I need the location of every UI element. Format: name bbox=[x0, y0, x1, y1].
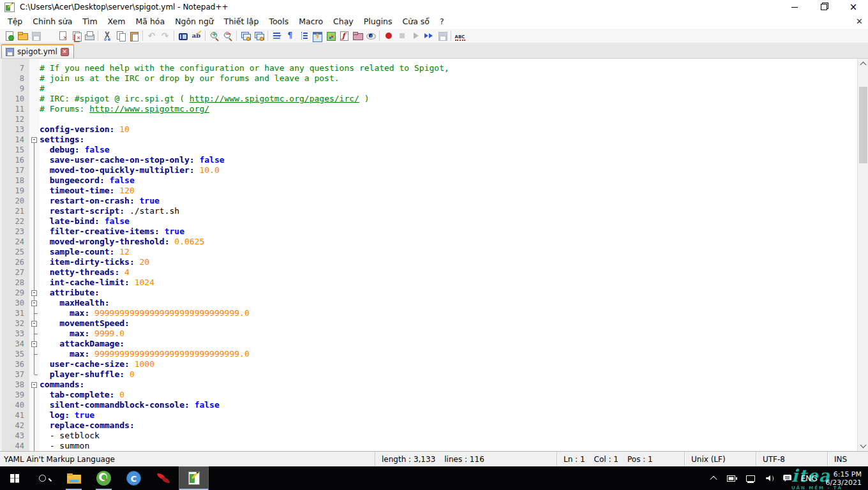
line-number[interactable]: 37 bbox=[2, 369, 29, 380]
menu-item-view[interactable]: Xem bbox=[103, 15, 131, 28]
line-number[interactable]: 21 bbox=[2, 206, 29, 216]
line-number[interactable]: 15 bbox=[2, 145, 29, 155]
line-number[interactable]: 32 bbox=[2, 318, 29, 329]
toolbar-find-button[interactable] bbox=[176, 29, 190, 43]
toolbar-function-list-button[interactable]: ƒ bbox=[337, 29, 350, 43]
line-number[interactable]: 28 bbox=[2, 278, 29, 288]
toolbar-paste-button[interactable] bbox=[127, 29, 140, 43]
tab-spigot-yml[interactable]: spigot.yml ✕ bbox=[1, 44, 74, 58]
menu-item-help[interactable]: ? bbox=[435, 15, 449, 28]
document-close-icon[interactable]: ✕ bbox=[856, 17, 863, 26]
toolbar-macro-record-button[interactable] bbox=[382, 29, 395, 43]
toolbar-spell-check-button[interactable]: ABC bbox=[453, 29, 467, 43]
menu-item-plugins[interactable]: Plugins bbox=[359, 15, 398, 28]
taskbar-garena-button[interactable] bbox=[149, 466, 179, 490]
line-number[interactable]: 29 bbox=[2, 288, 29, 298]
toolbar-word-wrap-button[interactable] bbox=[270, 29, 283, 43]
line-number[interactable]: 34 bbox=[2, 339, 29, 349]
line-number[interactable]: 17 bbox=[2, 165, 29, 175]
line-number[interactable]: 41 bbox=[2, 410, 29, 420]
menu-item-edit[interactable]: Chỉnh sửa bbox=[27, 15, 77, 28]
toolbar-zoom-out-button[interactable]: − bbox=[221, 29, 234, 43]
menu-item-encoding[interactable]: Mã hóa bbox=[130, 15, 170, 28]
line-number[interactable]: 9 bbox=[2, 84, 29, 94]
toolbar-monitoring-button[interactable] bbox=[364, 29, 377, 43]
fold-toggle-line-32[interactable]: - bbox=[29, 318, 40, 329]
taskbar-search-icon[interactable] bbox=[29, 466, 59, 490]
fold-toggle-line-30[interactable]: - bbox=[29, 298, 40, 308]
start-button[interactable] bbox=[0, 466, 29, 490]
line-number[interactable]: 23 bbox=[2, 226, 29, 237]
toolbar-zoom-in-button[interactable]: + bbox=[207, 29, 221, 43]
toolbar-folder-as-workspace-button[interactable] bbox=[350, 29, 364, 43]
code-text[interactable]: int-cache-limit: 1024 bbox=[40, 278, 154, 288]
code-text[interactable]: sample-count: 12 bbox=[40, 247, 130, 257]
code-text[interactable]: # join us at the IRC or drop by our foru… bbox=[40, 73, 340, 84]
code-text[interactable]: moved-wrongly-threshold: 0.0625 bbox=[40, 237, 204, 247]
line-number[interactable]: 13 bbox=[2, 124, 29, 135]
code-text[interactable]: late-bind: false bbox=[40, 216, 130, 226]
code-text[interactable]: netty-threads: 4 bbox=[40, 267, 130, 278]
toolbar-udl-dialog-button[interactable]: ϟ bbox=[310, 29, 324, 43]
code-text[interactable]: commands: bbox=[40, 380, 84, 390]
menu-item-search[interactable]: Tìm bbox=[77, 15, 102, 28]
fold-toggle-line-29[interactable]: - bbox=[29, 288, 40, 298]
code-text[interactable]: # If you need help with the configuratio… bbox=[40, 63, 449, 73]
code-text[interactable]: attribute: bbox=[40, 288, 100, 298]
line-number[interactable]: 31 bbox=[2, 308, 29, 318]
toolbar-cut-button[interactable] bbox=[100, 29, 114, 43]
line-number[interactable]: 12 bbox=[2, 114, 29, 124]
menu-item-settings[interactable]: Thiết lập bbox=[219, 15, 264, 28]
code-text[interactable]: # bbox=[40, 84, 45, 94]
restore-button[interactable] bbox=[809, 0, 839, 14]
taskbar-browser-c-button[interactable]: C bbox=[119, 466, 149, 490]
code-text[interactable]: restart-script: ./start.sh bbox=[40, 206, 179, 216]
menu-item-language[interactable]: Ngôn ngữ bbox=[170, 15, 219, 28]
fold-toggle-line-38[interactable]: - bbox=[29, 380, 40, 390]
toolbar-new-file-button[interactable] bbox=[2, 29, 15, 43]
line-number[interactable]: 25 bbox=[2, 247, 29, 257]
toolbar-sync-horizontal-button[interactable] bbox=[252, 29, 266, 43]
line-number[interactable]: 24 bbox=[2, 237, 29, 247]
code-text[interactable]: moved-too-quickly-multiplier: 10.0 bbox=[40, 165, 220, 175]
code-text[interactable]: silent-commandblock-console: false bbox=[40, 400, 220, 410]
line-number[interactable]: 22 bbox=[2, 216, 29, 226]
line-number[interactable]: 44 bbox=[2, 441, 29, 451]
code-text[interactable]: maxHealth: bbox=[40, 298, 110, 308]
line-number[interactable]: 39 bbox=[2, 390, 29, 400]
code-text[interactable]: movementSpeed: bbox=[40, 318, 130, 329]
code-text[interactable]: item-dirty-ticks: 20 bbox=[40, 257, 149, 267]
line-number[interactable]: 33 bbox=[2, 329, 29, 339]
toolbar-sync-vertical-button[interactable] bbox=[239, 29, 252, 43]
hidden-icons-icon[interactable] bbox=[708, 473, 719, 484]
taskbar-notepad-plus-plus-button[interactable] bbox=[179, 466, 209, 490]
line-number[interactable]: 11 bbox=[2, 104, 29, 114]
menu-item-window[interactable]: Cửa sổ bbox=[398, 15, 435, 28]
code-text[interactable]: tab-complete: 0 bbox=[40, 390, 124, 400]
fold-toggle-line-34[interactable]: - bbox=[29, 339, 40, 349]
line-number[interactable]: 18 bbox=[2, 175, 29, 186]
code-text[interactable]: - summon bbox=[40, 441, 89, 451]
code-text[interactable]: config-version: 10 bbox=[40, 124, 130, 135]
line-number[interactable]: 26 bbox=[2, 257, 29, 267]
toolbar-replace-button[interactable]: ab bbox=[190, 29, 203, 43]
code-text[interactable]: settings: bbox=[40, 135, 84, 145]
line-number[interactable]: 14 bbox=[2, 135, 29, 145]
notifications-icon[interactable] bbox=[782, 473, 793, 484]
toolbar-close-all-button[interactable]: ✕ bbox=[69, 29, 82, 43]
code-text[interactable]: - setblock bbox=[40, 431, 100, 441]
line-number[interactable]: 19 bbox=[2, 186, 29, 196]
line-number[interactable]: 8 bbox=[2, 73, 29, 84]
line-number[interactable]: 20 bbox=[2, 196, 29, 206]
scroll-up-arrow[interactable] bbox=[858, 59, 868, 69]
code-text[interactable]: max: 9999.0 bbox=[40, 329, 124, 339]
toolbar-print-button[interactable] bbox=[82, 29, 96, 43]
line-number[interactable]: 38 bbox=[2, 380, 29, 390]
code-text[interactable]: save-user-cache-on-stop-only: false bbox=[40, 155, 225, 165]
tab-close-icon[interactable]: ✕ bbox=[61, 48, 69, 56]
code-text[interactable]: player-shuffle: 0 bbox=[40, 369, 135, 380]
line-number[interactable]: 42 bbox=[2, 420, 29, 431]
language-indicator[interactable]: ENG bbox=[801, 474, 818, 483]
code-text[interactable]: max: 99999999999999999999999999999.0 bbox=[40, 349, 250, 359]
line-number[interactable]: 30 bbox=[2, 298, 29, 308]
